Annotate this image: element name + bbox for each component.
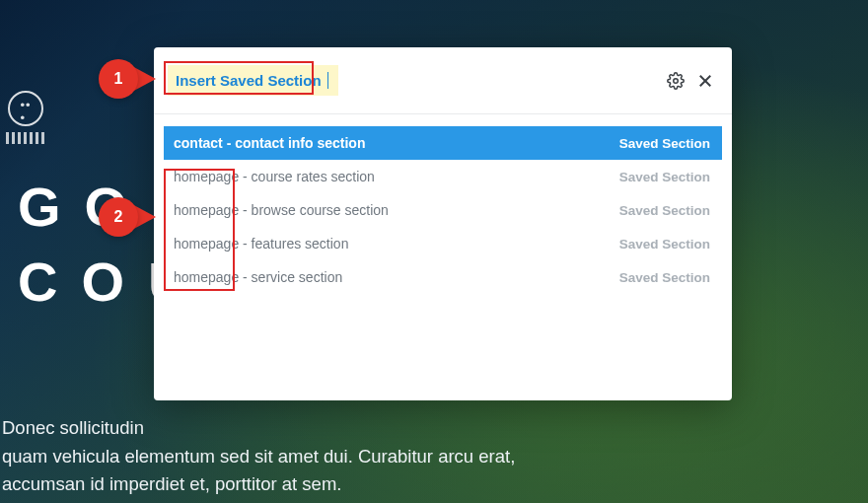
- saved-section-name: homepage - service section: [174, 269, 342, 285]
- saved-section-name: homepage - browse course section: [174, 202, 389, 218]
- saved-section-name: homepage - features section: [174, 236, 348, 252]
- close-icon[interactable]: [694, 70, 716, 92]
- saved-section-name: contact - contact info section: [174, 135, 365, 151]
- saved-section-type: Saved Section: [619, 237, 710, 252]
- saved-section-row[interactable]: homepage - service sectionSaved Section: [164, 260, 722, 294]
- svg-point-0: [674, 78, 679, 83]
- modal-title-highlight: Insert Saved Section: [168, 65, 338, 96]
- callout-2: 2: [99, 197, 156, 237]
- saved-section-row[interactable]: homepage - browse course sectionSaved Se…: [164, 193, 722, 227]
- insert-saved-section-modal: Insert Saved Section contact - contact i…: [154, 47, 732, 400]
- gear-icon[interactable]: [665, 70, 687, 92]
- saved-section-type: Saved Section: [619, 270, 710, 285]
- callout-1: 1: [99, 59, 156, 99]
- saved-section-name: homepage - course rates section: [174, 169, 375, 184]
- decorative-circle-icon: •••: [8, 91, 43, 126]
- saved-section-type: Saved Section: [619, 136, 710, 151]
- saved-section-type: Saved Section: [619, 203, 710, 218]
- saved-section-type: Saved Section: [619, 170, 710, 184]
- decorative-stripes: [6, 132, 47, 144]
- page-hero-paragraph: Donec sollicitudin quam vehicula element…: [2, 414, 515, 499]
- text-cursor: [327, 72, 329, 89]
- modal-header: Insert Saved Section: [154, 47, 732, 114]
- modal-body: contact - contact info sectionSaved Sect…: [154, 114, 732, 304]
- saved-section-row[interactable]: contact - contact info sectionSaved Sect…: [164, 126, 722, 160]
- saved-section-row[interactable]: homepage - features sectionSaved Section: [164, 227, 722, 260]
- saved-sections-list: contact - contact info sectionSaved Sect…: [164, 126, 722, 294]
- saved-section-row[interactable]: homepage - course rates sectionSaved Sec…: [164, 160, 722, 193]
- modal-title: Insert Saved Section: [176, 72, 322, 89]
